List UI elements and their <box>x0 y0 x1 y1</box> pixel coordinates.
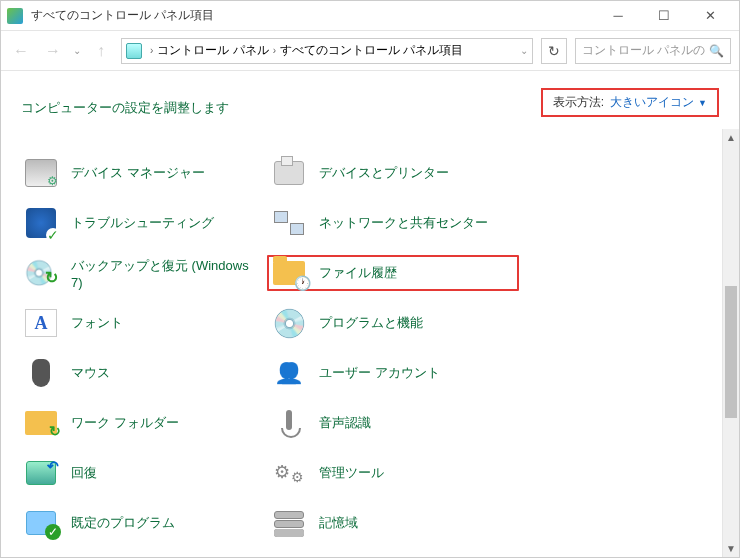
item-devices-printers[interactable]: デバイスとプリンター <box>271 155 519 191</box>
printer-icon <box>271 155 307 191</box>
item-mouse[interactable]: マウス <box>23 355 271 391</box>
item-work-folders[interactable]: ワーク フォルダー <box>23 405 271 441</box>
item-backup-restore[interactable]: バックアップと復元 (Windows 7) <box>23 255 271 291</box>
item-recovery[interactable]: 回復 <box>23 455 271 491</box>
backup-icon <box>23 255 59 291</box>
minimize-button[interactable]: ─ <box>595 1 641 31</box>
item-label: デバイス マネージャー <box>71 164 205 182</box>
breadcrumb-item[interactable]: コントロール パネル <box>157 42 268 59</box>
address-bar: ← → ⌄ ↑ › コントロール パネル › すべてのコントロール パネル項目 … <box>1 31 739 71</box>
users-icon <box>271 355 307 391</box>
item-admin-tools[interactable]: 管理ツール <box>271 455 519 491</box>
separator-icon: › <box>273 45 276 56</box>
vertical-scrollbar[interactable]: ▲ ▼ <box>722 129 739 557</box>
refresh-button[interactable]: ↻ <box>541 38 567 64</box>
item-programs-features[interactable]: 💿 プログラムと機能 <box>271 305 519 341</box>
view-by-label: 表示方法: <box>553 94 604 111</box>
back-button[interactable]: ← <box>9 39 33 63</box>
cd-icon: 💿 <box>271 305 307 341</box>
item-label: ユーザー アカウント <box>319 364 440 382</box>
control-panel-grid: デバイス マネージャー デバイスとプリンター トラブルシューティング ネットワー… <box>1 129 735 541</box>
folder-history-icon <box>271 255 307 291</box>
search-placeholder: コントロール パネルの検索 <box>582 42 705 59</box>
item-default-programs[interactable]: 既定のプログラム <box>23 505 271 541</box>
window-titlebar: すべてのコントロール パネル項目 ─ ☐ ✕ <box>1 1 739 31</box>
network-icon <box>271 205 307 241</box>
item-label: プログラムと機能 <box>319 314 423 332</box>
keyboard-icon <box>271 131 307 141</box>
recovery-icon <box>23 455 59 491</box>
close-button[interactable]: ✕ <box>687 1 733 31</box>
item-label: デバイスとプリンター <box>319 164 449 182</box>
item-label: ワーク フォルダー <box>71 414 179 432</box>
item-file-history[interactable]: ファイル履歴 <box>267 255 519 291</box>
search-icon: 🔍 <box>709 44 724 58</box>
breadcrumb-dropdown-icon[interactable]: ⌄ <box>520 45 528 56</box>
search-input[interactable]: コントロール パネルの検索 🔍 <box>575 38 731 64</box>
troubleshoot-icon <box>23 205 59 241</box>
gears-icon <box>271 455 307 491</box>
list-item[interactable] <box>271 131 519 141</box>
microphone-icon <box>271 405 307 441</box>
scroll-thumb[interactable] <box>725 286 737 418</box>
work-folder-icon <box>23 405 59 441</box>
item-label: ネットワークと共有センター <box>319 214 488 232</box>
item-label: 記憶域 <box>319 514 358 532</box>
item-fonts[interactable]: A フォント <box>23 305 271 341</box>
history-dropdown[interactable]: ⌄ <box>73 45 81 56</box>
header-strip: コンピューターの設定を調整します 表示方法: 大きいアイコン ▼ <box>1 71 739 129</box>
item-speech-recognition[interactable]: 音声認識 <box>271 405 519 441</box>
separator-icon: › <box>150 45 153 56</box>
item-user-accounts[interactable]: ユーザー アカウント <box>271 355 519 391</box>
app-icon <box>7 8 23 24</box>
item-network-sharing[interactable]: ネットワークと共有センター <box>271 205 519 241</box>
item-label: ファイル履歴 <box>319 264 397 282</box>
scroll-down-button[interactable]: ▼ <box>723 540 739 557</box>
item-label: バックアップと復元 (Windows 7) <box>71 257 251 290</box>
item-label: マウス <box>71 364 110 382</box>
control-panel-icon <box>126 43 142 59</box>
window-title: すべてのコントロール パネル項目 <box>31 7 595 24</box>
content-area: デバイス マネージャー デバイスとプリンター トラブルシューティング ネットワー… <box>1 129 739 557</box>
item-storage-spaces[interactable]: 記憶域 <box>271 505 519 541</box>
chevron-down-icon: ▼ <box>698 98 707 108</box>
page-subtitle: コンピューターの設定を調整します <box>21 100 229 117</box>
item-device-manager[interactable]: デバイス マネージャー <box>23 155 271 191</box>
item-label: 管理ツール <box>319 464 384 482</box>
item-label: フォント <box>71 314 123 332</box>
maximize-button[interactable]: ☐ <box>641 1 687 31</box>
item-label: トラブルシューティング <box>71 214 214 232</box>
list-item[interactable] <box>23 131 271 141</box>
breadcrumb[interactable]: › コントロール パネル › すべてのコントロール パネル項目 ⌄ <box>121 38 533 64</box>
scroll-track[interactable] <box>723 146 739 540</box>
storage-icon <box>271 505 307 541</box>
device-manager-icon <box>23 155 59 191</box>
up-button[interactable]: ↑ <box>89 39 113 63</box>
item-troubleshooting[interactable]: トラブルシューティング <box>23 205 271 241</box>
mouse-icon <box>23 355 59 391</box>
view-by-selector[interactable]: 表示方法: 大きいアイコン ▼ <box>541 88 719 117</box>
item-label: 回復 <box>71 464 97 482</box>
breadcrumb-item[interactable]: すべてのコントロール パネル項目 <box>280 42 463 59</box>
item-label: 音声認識 <box>319 414 371 432</box>
font-icon: A <box>23 305 59 341</box>
view-by-value: 大きいアイコン <box>610 94 694 111</box>
default-programs-icon <box>23 505 59 541</box>
keyboard-icon <box>23 131 59 141</box>
scroll-up-button[interactable]: ▲ <box>723 129 739 146</box>
forward-button[interactable]: → <box>41 39 65 63</box>
item-label: 既定のプログラム <box>71 514 175 532</box>
